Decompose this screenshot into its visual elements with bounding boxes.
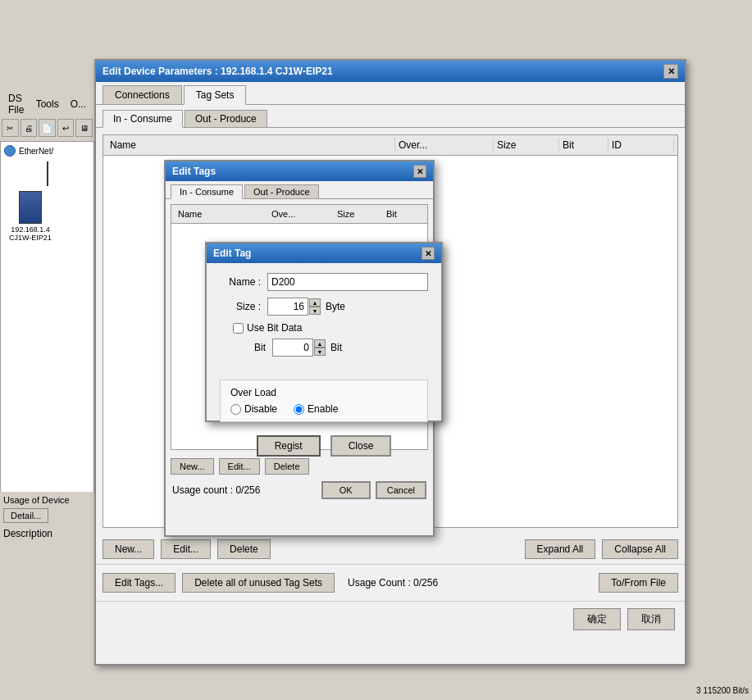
- line-connector: [47, 161, 48, 186]
- edit-tags-titlebar: Edit Tags ✕: [166, 161, 433, 181]
- main-delete-button[interactable]: Delete: [217, 539, 271, 559]
- status-text: 3 115200 Bit/s: [696, 686, 749, 695]
- use-bit-data-label: Use Bit Data: [247, 322, 302, 334]
- tab-tag-sets[interactable]: Tag Sets: [184, 85, 247, 105]
- main-dialog-title: Edit Device Parameters : 192.168.1.4 CJ1…: [103, 66, 333, 77]
- tab-connections[interactable]: Connections: [103, 85, 182, 104]
- edit-tags-tab-out[interactable]: Out - Produce: [244, 184, 318, 198]
- usage-detail-button[interactable]: Detail...: [3, 508, 48, 523]
- overload-section: Over Load Disable Enable: [220, 380, 428, 422]
- edit-tags-tab-in[interactable]: In - Consume: [171, 184, 243, 199]
- name-input[interactable]: [267, 273, 428, 291]
- toolbar-btn-3[interactable]: 📄: [39, 119, 56, 137]
- menu-other[interactable]: O...: [66, 97, 91, 111]
- main-tab-bar: Connections Tag Sets: [96, 82, 685, 105]
- menu-tools[interactable]: Tools: [31, 97, 64, 111]
- toolbar-btn-4[interactable]: ↩: [57, 119, 75, 137]
- et-col-size: Size: [334, 207, 383, 220]
- disable-radio-item: Disable: [230, 403, 277, 415]
- description-panel: Description: [0, 525, 94, 543]
- toolbar-btn-2[interactable]: 🖨: [21, 119, 38, 137]
- regist-button[interactable]: Regist: [257, 435, 321, 457]
- bit-up-button[interactable]: ▲: [314, 339, 326, 348]
- edit-tags-header: Name Ove... Size Bit: [171, 205, 427, 224]
- use-bit-data-row: Use Bit Data: [233, 322, 428, 334]
- sub-tab-out-produce[interactable]: Out - Produce: [185, 110, 267, 127]
- et-ok-button[interactable]: OK: [321, 481, 371, 499]
- app-toolbar: ✂ 🖨 📄 ↩ 🖥: [0, 115, 94, 141]
- main-dialog-bottom-buttons: 确定 取消: [96, 601, 685, 637]
- bit-input[interactable]: [272, 339, 313, 357]
- disable-label: Disable: [244, 403, 277, 415]
- size-row: Size : ▲ ▼ Byte: [220, 298, 428, 316]
- col-size: Size: [494, 138, 559, 152]
- edit-tags-title: Edit Tags: [172, 166, 216, 177]
- size-label: Size :: [220, 301, 261, 312]
- disable-radio[interactable]: [230, 404, 241, 415]
- enable-radio-item: Enable: [294, 403, 338, 415]
- size-spinner: ▲ ▼: [309, 298, 321, 315]
- toolbar-btn-1[interactable]: ✂: [2, 119, 19, 137]
- device-node[interactable]: 192.168.1.4CJ1W-EIP21: [9, 191, 52, 242]
- edit-tag-title: Edit Tag: [213, 248, 251, 259]
- device-label: 192.168.1.4CJ1W-EIP21: [9, 225, 52, 242]
- ethernet-node: EtherNet/: [1, 142, 93, 160]
- size-up-button[interactable]: ▲: [309, 298, 321, 307]
- usage-count-label: Usage Count : 0/256: [348, 577, 438, 589]
- size-input[interactable]: [267, 298, 308, 316]
- edit-tag-body: Name : Size : ▲ ▼ Byte Use Bit Data Bit …: [207, 263, 441, 373]
- bit-down-button[interactable]: ▼: [314, 348, 326, 356]
- sub-tab-bar: In - Consume Out - Produce: [96, 105, 685, 128]
- edit-tag-close[interactable]: ✕: [422, 247, 435, 260]
- bit-spinner: ▲ ▼: [314, 339, 326, 356]
- usage-panel: Usage of Device Detail...: [0, 492, 94, 526]
- status-bar-right: 3 115200 Bit/s: [693, 680, 752, 700]
- usage-title: Usage of Device: [3, 495, 91, 505]
- et-usage-row: Usage count : 0/256 OK Cancel: [166, 478, 433, 502]
- edit-tag-dialog: Edit Tag ✕ Name : Size : ▲ ▼ Byte Use Bi…: [205, 242, 443, 422]
- bit-row: Bit ▲ ▼ Bit: [233, 339, 428, 357]
- enable-radio[interactable]: [294, 404, 304, 415]
- radio-group: Disable Enable: [230, 403, 417, 415]
- et-col-ove: Ove...: [268, 207, 334, 220]
- main-new-button[interactable]: New...: [103, 539, 154, 559]
- toolbar-btn-5[interactable]: 🖥: [75, 119, 93, 137]
- edit-tag-titlebar: Edit Tag ✕: [207, 243, 441, 263]
- main-table-header: Name Over... Size Bit ID: [103, 135, 677, 156]
- col-name: Name: [107, 138, 395, 152]
- device-icon: [19, 191, 42, 224]
- use-bit-data-checkbox[interactable]: [233, 323, 244, 334]
- overload-title: Over Load: [230, 387, 417, 398]
- col-bit: Bit: [559, 138, 608, 152]
- main-dialog-close[interactable]: ✕: [663, 64, 678, 79]
- edit-tags-tabs: In - Consume Out - Produce: [166, 181, 433, 199]
- network-area: EtherNet/ 192.168.1.4CJ1W-EIP21: [0, 141, 94, 510]
- et-cancel-button[interactable]: Cancel: [376, 481, 426, 499]
- expand-all-button[interactable]: Expand All: [525, 539, 596, 559]
- byte-label: Byte: [326, 301, 345, 312]
- menu-ds-file[interactable]: DS File: [3, 91, 30, 117]
- name-row: Name :: [220, 273, 428, 291]
- col-over: Over...: [395, 138, 494, 152]
- app-menubar: DS File Tools O...: [0, 92, 94, 116]
- edit-tags-button[interactable]: Edit Tags...: [103, 573, 175, 593]
- main-edit-button[interactable]: Edit...: [161, 539, 211, 559]
- edit-tags-close[interactable]: ✕: [413, 165, 426, 178]
- bit-unit-label: Bit: [330, 342, 342, 353]
- to-from-file-button[interactable]: To/From File: [599, 573, 678, 593]
- et-col-name: Name: [175, 207, 268, 220]
- description-label: Description: [3, 528, 52, 539]
- sub-tab-in-consume[interactable]: In - Consume: [103, 110, 183, 128]
- cancel-button[interactable]: 取消: [627, 608, 675, 630]
- collapse-all-button[interactable]: Collapse All: [602, 539, 678, 559]
- et-usage-count: Usage count : 0/256: [172, 484, 260, 496]
- enable-label: Enable: [308, 403, 338, 415]
- edit-tag-close-button[interactable]: Close: [330, 435, 392, 457]
- confirm-button[interactable]: 确定: [573, 608, 621, 630]
- size-down-button[interactable]: ▼: [309, 307, 321, 315]
- delete-unused-button[interactable]: Delete all of unused Tag Sets: [182, 573, 335, 593]
- name-label: Name :: [220, 276, 261, 288]
- ethernet-label: EtherNet/: [19, 147, 53, 156]
- circle-icon: [4, 145, 16, 157]
- main-action-buttons: New... Edit... Delete Expand All Collaps…: [96, 534, 685, 564]
